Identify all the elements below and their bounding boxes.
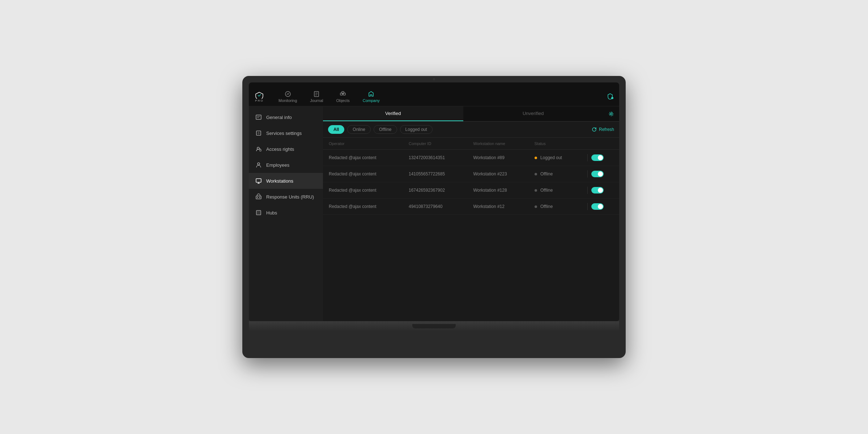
toggle-switch[interactable] — [591, 203, 604, 210]
divider — [587, 154, 588, 161]
objects-icon — [340, 91, 346, 97]
cell-status: Offline — [529, 166, 582, 182]
cell-status: Offline — [529, 199, 582, 215]
laptop-frame: PRO Monitoring — [242, 76, 626, 358]
col-computer-id: Computer ID — [403, 138, 467, 150]
divider — [587, 203, 588, 210]
logo-icon — [255, 92, 264, 99]
pro-label: PRO — [255, 99, 263, 102]
topnav-objects[interactable]: Objects — [330, 89, 355, 105]
toggle-cell — [587, 203, 613, 210]
cell-status: Logged out — [529, 150, 582, 166]
app-container: PRO Monitoring — [249, 88, 619, 321]
toggle-cell — [587, 187, 613, 194]
status-dot — [535, 205, 537, 208]
cell-status: Offline — [529, 182, 582, 199]
status-label: Offline — [540, 204, 553, 209]
sidebar-item-hubs[interactable]: Hubs — [249, 205, 323, 221]
topnav-journal[interactable]: Journal — [304, 89, 329, 105]
cell-operator: Redacted @ajax content — [323, 166, 403, 182]
table-row[interactable]: Redacted @ajax content 141055657722685 W… — [323, 166, 619, 182]
cell-toggle — [582, 199, 619, 215]
main-layout: General info Services settings — [249, 106, 619, 321]
divider — [587, 187, 588, 194]
cell-workstation: Workstation #89 — [467, 150, 528, 166]
svg-point-13 — [257, 197, 258, 198]
svg-point-16 — [610, 113, 612, 115]
sidebar-item-workstations[interactable]: Workstations — [249, 173, 323, 189]
sidebar-item-employees[interactable]: Employees — [249, 157, 323, 173]
company-icon — [368, 91, 374, 97]
access-rights-icon — [255, 146, 262, 152]
topnav-right — [607, 93, 613, 101]
workstations-table: Operator Computer ID Workstation name St… — [323, 138, 619, 215]
cell-toggle — [582, 150, 619, 166]
sidebar-item-general-info[interactable]: General info — [249, 109, 323, 125]
status-dot — [535, 157, 537, 159]
filter-all[interactable]: All — [328, 125, 344, 134]
cell-workstation: Workstation #223 — [467, 166, 528, 182]
table-row[interactable]: Redacted @ajax content 167426592367902 W… — [323, 182, 619, 199]
laptop-notch — [412, 324, 456, 328]
topnav-company[interactable]: Company — [357, 89, 386, 105]
response-units-icon — [255, 193, 262, 200]
cell-computer-id: 141055657722685 — [403, 166, 467, 182]
camera-dot — [433, 78, 435, 80]
svg-rect-11 — [256, 179, 261, 182]
filter-offline[interactable]: Offline — [374, 125, 397, 134]
filter-logged-out[interactable]: Logged out — [400, 125, 433, 134]
shield-status-icon — [607, 93, 613, 99]
topnav-items: Monitoring Journal — [273, 89, 386, 105]
col-actions — [582, 138, 619, 150]
cell-computer-id: 49410873279640 — [403, 199, 467, 215]
tab-verified[interactable]: Verified — [323, 106, 463, 121]
logo[interactable]: PRO — [255, 92, 264, 102]
cell-computer-id: 132472003614351 — [403, 150, 467, 166]
col-status: Status — [529, 138, 582, 150]
table-header: Operator Computer ID Workstation name St… — [323, 138, 619, 150]
monitoring-icon — [285, 91, 291, 97]
table-wrapper: Operator Computer ID Workstation name St… — [323, 138, 619, 321]
employees-icon — [255, 162, 262, 168]
svg-point-14 — [259, 197, 260, 198]
journal-icon — [313, 91, 320, 97]
svg-point-8 — [257, 147, 259, 149]
cell-operator: Redacted @ajax content — [323, 182, 403, 199]
table-row[interactable]: Redacted @ajax content 132472003614351 W… — [323, 150, 619, 166]
cell-workstation: Workstation #12 — [467, 199, 528, 215]
status-label: Offline — [540, 188, 553, 193]
svg-rect-4 — [342, 92, 344, 94]
refresh-icon — [592, 127, 597, 132]
toggle-switch[interactable] — [591, 154, 604, 161]
svg-rect-3 — [343, 93, 345, 95]
content-area: Verified Unverified All Online — [323, 106, 619, 321]
table-row[interactable]: Redacted @ajax content 49410873279640 Wo… — [323, 199, 619, 215]
filter-online[interactable]: Online — [347, 125, 371, 134]
status-label: Logged out — [540, 155, 562, 160]
hubs-icon — [255, 209, 262, 216]
laptop-base — [249, 321, 619, 331]
svg-rect-9 — [260, 149, 261, 151]
sidebar-item-access-rights[interactable]: Access rights — [249, 141, 323, 157]
topnav-monitoring[interactable]: Monitoring — [273, 89, 303, 105]
sidebar-item-response-units[interactable]: Response Units (RRU) — [249, 189, 323, 205]
status-dot — [535, 189, 537, 192]
col-operator: Operator — [323, 138, 403, 150]
sidebar-item-services-settings[interactable]: Services settings — [249, 125, 323, 141]
general-info-icon — [255, 114, 262, 120]
services-settings-icon — [255, 130, 262, 136]
tab-unverified[interactable]: Unverified — [463, 106, 604, 121]
table-body: Redacted @ajax content 132472003614351 W… — [323, 150, 619, 215]
toggle-switch[interactable] — [591, 187, 604, 193]
tab-gear[interactable] — [603, 106, 619, 121]
toggle-switch[interactable] — [591, 171, 604, 177]
cell-operator: Redacted @ajax content — [323, 199, 403, 215]
svg-rect-7 — [256, 131, 261, 135]
svg-rect-12 — [256, 196, 261, 199]
cell-toggle — [582, 182, 619, 199]
refresh-button[interactable]: Refresh — [592, 127, 614, 132]
col-workstation-name: Workstation name — [467, 138, 528, 150]
svg-rect-2 — [340, 93, 342, 95]
cell-workstation: Workstation #128 — [467, 182, 528, 199]
cell-operator: Redacted @ajax content — [323, 150, 403, 166]
